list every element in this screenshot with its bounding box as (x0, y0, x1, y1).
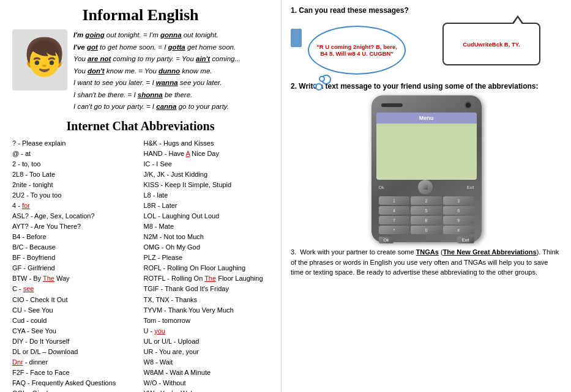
abbrev-item: F2F - Face to Face (12, 368, 138, 378)
abbrev-item: L8 - late (144, 190, 269, 201)
phone-key-hash[interactable]: # (443, 226, 474, 234)
phone-body: Menu Ok Exit 1 2 3 4 (371, 95, 482, 242)
abbrev-item: TGIF - Thank God It's Friday (144, 284, 269, 294)
phone-speaker-left (381, 103, 403, 107)
phone-camera (465, 102, 472, 109)
abbrev-item: AYT? - Are You There? (12, 221, 138, 232)
phone-key-8[interactable]: 8 (411, 216, 442, 224)
phone-key-4[interactable]: 4 (379, 206, 410, 215)
abbrev-item: B/C - Because (12, 242, 138, 253)
phone-top-bar (376, 100, 477, 110)
phone-exit-button[interactable]: Exit (457, 237, 474, 243)
phone-nav-row: Ok Exit (376, 180, 477, 194)
abbreviations-container: ? - Please explain @ - at 2 - to, too 2L… (12, 138, 269, 392)
speech-bubble: CudUwriteBck B, TY. (442, 23, 540, 65)
bubbles-area: "R U coming 2night? B, bere, B4 8. Will … (291, 20, 562, 75)
phone-container: Menu Ok Exit 1 2 3 4 (291, 95, 562, 242)
abbrev-item: TX, TNX - Thanks (144, 295, 269, 305)
informal-sentences: I'm going out tonight. = I'm gonna out t… (73, 29, 241, 113)
small-phone-icon (291, 29, 302, 47)
abbrev-item: 2L8 - Too Late (12, 169, 138, 180)
tnga-full-name: The New Great Abbreviations (443, 248, 537, 256)
right-panel: 1. Can you read these messages? "R U com… (282, 0, 571, 392)
abbrev-item: ASL? - Age, Sex, Location? (12, 211, 138, 221)
abbrev-item: OMG - Oh My God (144, 242, 269, 253)
phone-soft-right[interactable]: Exit (467, 185, 474, 190)
tnga-abbreviation: TNGAs (416, 248, 439, 256)
abbrev-item: ROFL - Rolling On Floor Laughing (144, 263, 269, 273)
phone-key-0[interactable]: 0 (411, 226, 442, 234)
phone-key-star[interactable]: * (379, 226, 410, 234)
abbrev-item: U - you (144, 326, 269, 336)
phone-key-9[interactable]: 9 (443, 216, 474, 224)
abbrev-item: W/O - Without (144, 378, 269, 388)
abbrev-item: ? - Please explain (12, 138, 138, 149)
abbrev-title: Internet Chat Abbreviations (12, 119, 269, 133)
phone-nav-center (423, 185, 428, 190)
phone-key-2[interactable]: 2 (411, 196, 442, 205)
abbrev-item: M8 - Mate (144, 221, 269, 232)
abbrev-item: LOL - Laughing Out Loud (144, 211, 269, 221)
abbrev-item: BF - Boyfriend (12, 253, 138, 263)
abbrev-item: B4 - Before (12, 232, 138, 242)
phone-key-3[interactable]: 3 (443, 196, 474, 205)
phone-key-5[interactable]: 5 (411, 206, 442, 215)
abbrev-item: DL or D/L – Download (12, 347, 138, 357)
abbrev-item: Dnr - dinner (12, 357, 138, 368)
abbrev-item: 2U2 - To you too (12, 190, 138, 201)
bubble1-text: "R U coming 2night? B, bere, B4 8. Will … (314, 43, 400, 57)
question-2: 2. Write a text message to your friend u… (291, 82, 562, 91)
bubble2-text: CudUwriteBck B, TY. (463, 41, 520, 48)
abbrev-item: PLZ - Please (144, 253, 269, 263)
abbrev-item: W8 - Wait (144, 357, 269, 368)
main-title: Informal English (12, 6, 269, 24)
phone-nav-circle[interactable] (418, 180, 433, 194)
left-panel: Informal English I'm going out tonight. … (0, 0, 282, 392)
phone-key-1[interactable]: 1 (379, 196, 410, 205)
abbrev-item: HAND - Have A Nice Day (144, 149, 269, 159)
phone-screen-header: Menu (376, 113, 477, 124)
abbrev-item: TYVM - Thank You Very Much (144, 305, 269, 316)
question-3: 3. Work with your partner to create some… (291, 247, 562, 278)
question-1: 1. Can you read these messages? (291, 6, 562, 15)
abbrev-item: N2M - Not too Much (144, 232, 269, 242)
abbrev-item: 2 - to, too (12, 159, 138, 169)
phone-screen: Menu (376, 113, 477, 180)
abbrev-item: C - see (12, 284, 138, 294)
phone-screen-body (376, 124, 477, 177)
abbrev-item: 2nite - tonight (12, 180, 138, 190)
abbrev-item: KISS - Keep It Simple, Stupid (144, 180, 269, 190)
abbrev-col-2: H&K - Hugs and Kisses HAND - Have A Nice… (144, 138, 269, 392)
abbrev-item: UL or U/L - Upload (144, 336, 269, 347)
phone-key-6[interactable]: 6 (443, 206, 474, 215)
abbrev-item: CU - See You (12, 305, 138, 316)
abbrev-item: Tom - tomorrow (144, 316, 269, 326)
abbrev-item: BTW - By The Way (12, 273, 138, 284)
thought-bubble: "R U coming 2night? B, bere, B4 8. Will … (308, 26, 406, 75)
abbrev-item: IC - I See (144, 159, 269, 169)
phone-key-7[interactable]: 7 (379, 216, 410, 224)
abbrev-item: J/K, JK - Just Kidding (144, 169, 269, 180)
phone-keypad: 1 2 3 4 5 6 7 8 9 * 0 # (376, 196, 477, 234)
abbrev-item: GGL - Giggle (12, 388, 138, 392)
phone-soft-left[interactable]: Ok (379, 185, 384, 190)
abbrev-item: Cud - could (12, 316, 138, 326)
abbrev-item: H&K - Hugs and Kisses (144, 138, 269, 149)
abbrev-col-1: ? - Please explain @ - at 2 - to, too 2L… (12, 138, 138, 392)
abbrev-item: CIO - Check It Out (12, 295, 138, 305)
abbrev-item: UR - You are, your (144, 347, 269, 357)
abbrev-item: ROTFL - Rolling On The Floor Laughing (144, 273, 269, 284)
abbrev-item: GF - Girlfriend (12, 263, 138, 273)
abbrev-item: @ - at (12, 149, 138, 159)
phone-bottom-row: Ok Exit (376, 235, 477, 245)
abbrev-item: L8R - Later (144, 201, 269, 211)
abbrev-item: FAQ - Frequently Asked Questions (12, 378, 138, 388)
abbrev-item: W8AM - Wait A Minute (144, 368, 269, 378)
abbrev-item: CYA - See You (12, 326, 138, 336)
phone-ok-button[interactable]: Ok (379, 237, 394, 243)
abbrev-item: YW - You're Welcome (144, 388, 269, 392)
abbrev-item: DIY - Do It Yourself (12, 336, 138, 347)
child-illustration (12, 29, 67, 91)
abbrev-item: 4 - for (12, 201, 138, 211)
